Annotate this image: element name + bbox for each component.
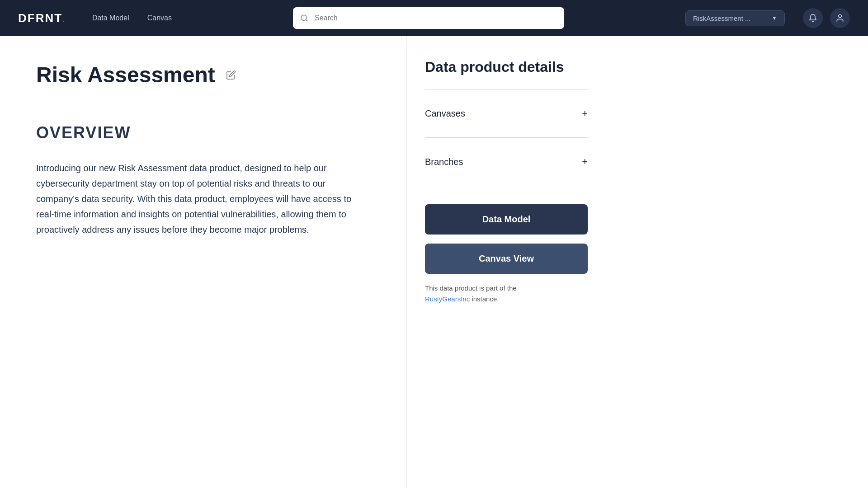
user-menu-button[interactable]	[830, 8, 850, 28]
canvases-expand-icon: +	[582, 108, 588, 119]
overview-section: OVERVIEW Introducing our new Risk Assess…	[36, 123, 370, 237]
logo: DFRNT.	[18, 11, 65, 25]
edit-button[interactable]	[224, 68, 238, 82]
logo-text: DFRNT	[18, 11, 62, 25]
chevron-down-icon: ▼	[772, 15, 777, 21]
right-panel: Data product details Canvases + Branches…	[407, 36, 606, 488]
overview-text: Introducing our new Risk Assessment data…	[36, 160, 370, 237]
main-nav: Data Model Canvas	[92, 14, 172, 22]
nav-canvas[interactable]: Canvas	[147, 14, 172, 22]
divider-bottom	[425, 186, 588, 186]
footer-text-prefix: This data product is part of the	[425, 284, 517, 292]
branches-expand-icon: +	[582, 156, 588, 168]
workspace-label: RiskAssessment ...	[693, 14, 767, 22]
nav-data-model[interactable]: Data Model	[92, 14, 129, 22]
main-header: DFRNT. Data Model Canvas RiskAssessment …	[0, 0, 868, 36]
notification-button[interactable]	[803, 8, 823, 28]
page-title-row: Risk Assessment	[36, 63, 370, 87]
overview-heading: OVERVIEW	[36, 123, 370, 142]
branches-section[interactable]: Branches +	[425, 147, 588, 177]
svg-point-2	[839, 15, 842, 18]
divider-top	[425, 89, 588, 89]
footer-text: This data product is part of the RustyGe…	[425, 283, 588, 305]
search-icon	[300, 14, 308, 22]
canvases-section[interactable]: Canvases +	[425, 99, 588, 128]
right-panel-title: Data product details	[425, 59, 588, 75]
branches-label: Branches	[425, 157, 463, 167]
footer-text-suffix: instance.	[472, 295, 499, 303]
logo-dot: .	[63, 18, 65, 23]
svg-line-1	[306, 19, 307, 21]
divider-middle	[425, 137, 588, 138]
main-content: Risk Assessment OVERVIEW Introducing our…	[0, 36, 868, 488]
page-title: Risk Assessment	[36, 63, 215, 87]
data-model-button[interactable]: Data Model	[425, 204, 588, 235]
canvases-label: Canvases	[425, 108, 465, 119]
footer-instance-link[interactable]: RustyGearsInc	[425, 295, 470, 303]
canvas-view-button[interactable]: Canvas View	[425, 244, 588, 274]
header-icons	[803, 8, 850, 28]
buttons-section: Data Model Canvas View	[425, 204, 588, 274]
left-panel: Risk Assessment OVERVIEW Introducing our…	[0, 36, 407, 488]
search-container	[293, 7, 564, 29]
workspace-selector[interactable]: RiskAssessment ... ▼	[685, 10, 785, 26]
search-input[interactable]	[293, 7, 564, 29]
